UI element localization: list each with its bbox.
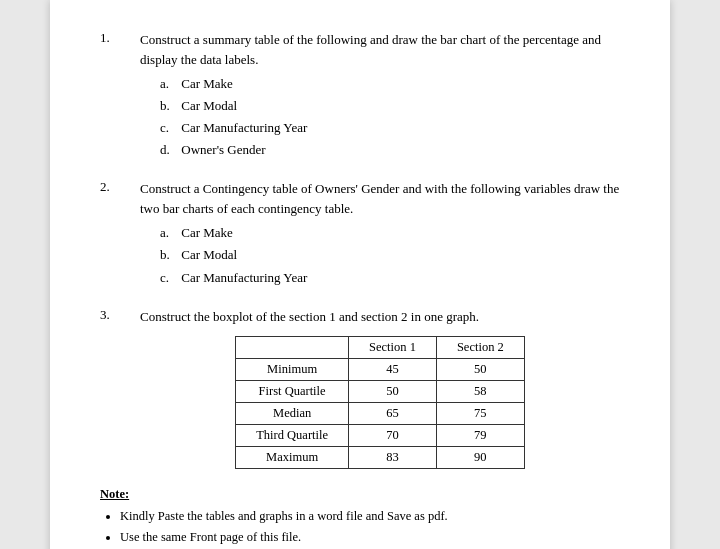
- sub-text: Car Make: [181, 76, 233, 91]
- row-val2: 79: [436, 425, 524, 447]
- q2-text: Construct a Contingency table of Owners'…: [140, 179, 620, 218]
- question-3: 3. Construct the boxplot of the section …: [100, 307, 620, 470]
- q1-number: 1.: [100, 30, 140, 161]
- row-val1: 70: [349, 425, 437, 447]
- q1-text: Construct a summary table of the followi…: [140, 30, 620, 69]
- sub-label: c.: [160, 267, 178, 289]
- note-section: Note: Kindly Paste the tables and graphs…: [100, 487, 620, 549]
- sub-text: Car Modal: [181, 98, 237, 113]
- note-title: Note:: [100, 487, 620, 502]
- list-item: b. Car Modal: [160, 95, 620, 117]
- boxplot-table-section: Section 1 Section 2 Minimum 45 50 First …: [140, 336, 620, 469]
- table-header-section2: Section 2: [436, 337, 524, 359]
- list-item: c. Car Manufacturing Year: [160, 267, 620, 289]
- note-list: Kindly Paste the tables and graphs in a …: [100, 506, 620, 549]
- sub-label: a.: [160, 222, 178, 244]
- row-val2: 90: [436, 447, 524, 469]
- page: 1. Construct a summary table of the foll…: [50, 0, 670, 549]
- note-item-2: Use the same Front page of this file.: [120, 527, 620, 548]
- boxplot-table: Section 1 Section 2 Minimum 45 50 First …: [235, 336, 525, 469]
- q2-sublist: a. Car Make b. Car Modal c. Car Manufact…: [140, 222, 620, 288]
- row-val1: 83: [349, 447, 437, 469]
- row-val1: 50: [349, 381, 437, 403]
- q2-number: 2.: [100, 179, 140, 288]
- q2-content: Construct a Contingency table of Owners'…: [140, 179, 620, 288]
- row-label: Maximum: [236, 447, 349, 469]
- list-item: b. Car Modal: [160, 244, 620, 266]
- q3-content: Construct the boxplot of the section 1 a…: [140, 307, 620, 470]
- sub-text: Car Manufacturing Year: [181, 270, 307, 285]
- row-label: Third Quartile: [236, 425, 349, 447]
- q1-content: Construct a summary table of the followi…: [140, 30, 620, 161]
- q3-text: Construct the boxplot of the section 1 a…: [140, 307, 620, 327]
- q1-sublist: a. Car Make b. Car Modal c. Car Manufact…: [140, 73, 620, 161]
- q3-number: 3.: [100, 307, 140, 470]
- table-header-empty: [236, 337, 349, 359]
- table-row: Median 65 75: [236, 403, 525, 425]
- list-item: c. Car Manufacturing Year: [160, 117, 620, 139]
- list-item: d. Owner's Gender: [160, 139, 620, 161]
- row-val2: 50: [436, 359, 524, 381]
- row-val1: 45: [349, 359, 437, 381]
- sub-text: Car Manufacturing Year: [181, 120, 307, 135]
- note-item-1: Kindly Paste the tables and graphs in a …: [120, 506, 620, 527]
- row-label: Minimum: [236, 359, 349, 381]
- question-1: 1. Construct a summary table of the foll…: [100, 30, 620, 161]
- row-label: Median: [236, 403, 349, 425]
- question-2: 2. Construct a Contingency table of Owne…: [100, 179, 620, 288]
- sub-label: b.: [160, 95, 178, 117]
- sub-label: c.: [160, 117, 178, 139]
- row-val1: 65: [349, 403, 437, 425]
- table-row: Minimum 45 50: [236, 359, 525, 381]
- table-header-row: Section 1 Section 2: [236, 337, 525, 359]
- sub-label: a.: [160, 73, 178, 95]
- row-val2: 58: [436, 381, 524, 403]
- table-row: Third Quartile 70 79: [236, 425, 525, 447]
- list-item: a. Car Make: [160, 73, 620, 95]
- table-row: Maximum 83 90: [236, 447, 525, 469]
- row-val2: 75: [436, 403, 524, 425]
- sub-label: d.: [160, 139, 178, 161]
- sub-label: b.: [160, 244, 178, 266]
- sub-text: Owner's Gender: [181, 142, 265, 157]
- sub-text: Car Modal: [181, 247, 237, 262]
- sub-text: Car Make: [181, 225, 233, 240]
- table-header-section1: Section 1: [349, 337, 437, 359]
- list-item: a. Car Make: [160, 222, 620, 244]
- table-row: First Quartile 50 58: [236, 381, 525, 403]
- row-label: First Quartile: [236, 381, 349, 403]
